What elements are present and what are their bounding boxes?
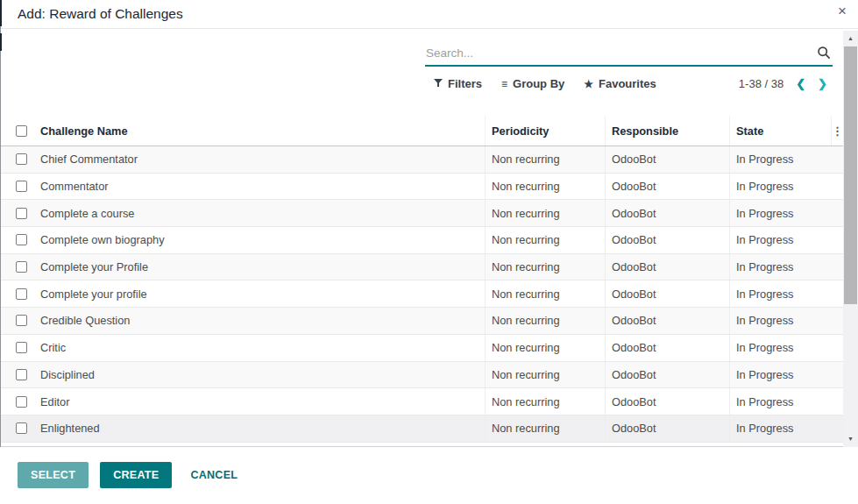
row-checkbox[interactable]: [16, 422, 27, 434]
state-cell: In Progress: [729, 200, 831, 226]
row-spacer-cell: [831, 335, 843, 361]
row-checkbox[interactable]: [16, 234, 27, 245]
row-spacer-cell: [831, 174, 843, 200]
responsible-cell: OdooBot: [605, 280, 729, 307]
table-row[interactable]: EditorNon recurringOdooBotIn Progress: [0, 388, 843, 415]
state-cell: In Progress: [729, 280, 831, 307]
pager-range: 1-38 / 38: [739, 77, 784, 90]
table-row[interactable]: CommentatorNon recurringOdooBotIn Progre…: [0, 174, 843, 201]
row-spacer-cell: [831, 362, 843, 388]
select-all-checkbox[interactable]: [16, 125, 27, 137]
create-button[interactable]: CREATE: [100, 462, 172, 488]
row-checkbox[interactable]: [16, 396, 27, 408]
star-icon: ★: [584, 79, 593, 89]
table-row[interactable]: Complete own biographyNon recurringOdooB…: [0, 227, 843, 254]
challenge-name-cell[interactable]: Commentator: [40, 174, 485, 200]
search-icon[interactable]: [817, 46, 831, 60]
responsible-cell: OdooBot: [605, 308, 729, 334]
column-header-responsible[interactable]: Responsible: [605, 116, 729, 146]
filters-row: Filters ≡ Group By ★ Favourites 1-38 / 3…: [425, 77, 833, 90]
row-spacer-cell: [831, 227, 843, 253]
table-row[interactable]: DisciplinedNon recurringOdooBotIn Progre…: [0, 362, 843, 389]
column-header-state[interactable]: State: [729, 116, 831, 146]
row-spacer-cell: [831, 254, 843, 280]
optional-columns-icon[interactable]: ⋮: [832, 124, 843, 138]
periodicity-cell: Non recurring: [485, 227, 605, 253]
row-checkbox[interactable]: [16, 315, 27, 326]
row-select-cell: [0, 308, 40, 334]
pager-next-icon[interactable]: ❯: [818, 78, 827, 89]
responsible-cell: OdooBot: [605, 146, 729, 173]
row-checkbox[interactable]: [16, 261, 27, 273]
search-input[interactable]: [425, 40, 833, 65]
row-checkbox[interactable]: [16, 153, 27, 165]
table-row[interactable]: Complete your ProfileNon recurringOdooBo…: [0, 254, 843, 281]
row-select-cell: [0, 280, 40, 307]
state-cell: In Progress: [729, 174, 831, 200]
state-cell: In Progress: [729, 227, 831, 253]
table-row[interactable]: Complete a courseNon recurringOdooBotIn …: [0, 200, 843, 227]
challenge-name-cell[interactable]: Critic: [40, 335, 485, 361]
pager-prev-icon[interactable]: ❮: [796, 78, 805, 89]
scrollbar-thumb[interactable]: [844, 46, 857, 304]
responsible-cell: OdooBot: [605, 254, 729, 280]
periodicity-cell: Non recurring: [485, 308, 605, 334]
column-header-periodicity[interactable]: Periodicity: [485, 116, 605, 146]
responsible-cell: OdooBot: [605, 174, 729, 200]
row-select-cell: [0, 388, 40, 415]
group-by-button[interactable]: ≡ Group By: [501, 77, 564, 90]
challenge-name-cell[interactable]: Complete your Profile: [40, 254, 485, 280]
challenge-name-cell[interactable]: Complete your profile: [40, 280, 485, 307]
periodicity-cell: Non recurring: [485, 200, 605, 226]
scroll-up-icon[interactable]: ▲: [843, 32, 858, 45]
challenge-name-cell[interactable]: Credible Question: [40, 308, 485, 334]
table-row[interactable]: Credible QuestionNon recurringOdooBotIn …: [0, 308, 843, 335]
state-cell: In Progress: [729, 362, 831, 388]
table-row[interactable]: Complete your profileNon recurringOdooBo…: [0, 280, 843, 308]
select-button[interactable]: SELECT: [18, 462, 89, 488]
cancel-button[interactable]: CANCEL: [183, 462, 245, 488]
challenge-name-cell[interactable]: Complete own biography: [40, 227, 485, 253]
filter-funnel-icon: [434, 79, 443, 89]
row-select-cell: [0, 415, 40, 442]
row-select-cell: [0, 200, 40, 226]
periodicity-cell: Non recurring: [485, 174, 605, 200]
table-row[interactable]: Chief CommentatorNon recurringOdooBotIn …: [0, 146, 843, 174]
row-checkbox[interactable]: [16, 288, 27, 300]
vertical-scrollbar[interactable]: ▲ ▼: [843, 31, 858, 447]
row-checkbox[interactable]: [16, 208, 27, 219]
challenge-name-cell[interactable]: Editor: [40, 388, 485, 415]
challenge-name-cell[interactable]: Chief Commentator: [40, 146, 485, 173]
row-checkbox[interactable]: [16, 181, 27, 192]
window-edge-artifact: [0, 26, 1, 447]
table-row[interactable]: EnlightenedNon recurringOdooBotIn Progre…: [0, 415, 843, 443]
row-spacer-cell: [831, 388, 843, 415]
close-icon[interactable]: ×: [838, 3, 847, 20]
dialog-header: Add: Reward of Challenges ×: [0, 0, 858, 29]
filters-button[interactable]: Filters: [434, 77, 482, 90]
periodicity-cell: Non recurring: [485, 388, 605, 415]
table-row[interactable]: CriticNon recurringOdooBotIn Progress: [0, 335, 843, 362]
state-cell: In Progress: [729, 254, 831, 280]
column-header-challenge-name[interactable]: Challenge Name: [40, 116, 485, 146]
state-cell: In Progress: [729, 146, 831, 173]
state-cell: In Progress: [729, 335, 831, 361]
favourites-button[interactable]: ★ Favourites: [584, 77, 656, 90]
row-checkbox[interactable]: [16, 342, 27, 353]
state-cell: In Progress: [729, 388, 831, 415]
challenge-name-cell[interactable]: Complete a course: [40, 200, 485, 226]
scroll-down-icon[interactable]: ▼: [843, 433, 858, 445]
table-header-row: Challenge Name Periodicity Responsible S…: [0, 116, 843, 146]
row-select-cell: [0, 362, 40, 388]
responsible-cell: OdooBot: [605, 388, 729, 415]
row-checkbox[interactable]: [16, 369, 27, 380]
row-select-cell: [0, 227, 40, 253]
control-panel: Filters ≡ Group By ★ Favourites 1-38 / 3…: [0, 29, 858, 116]
responsible-cell: OdooBot: [605, 200, 729, 226]
challenge-name-cell[interactable]: Disciplined: [40, 362, 485, 388]
responsible-cell: OdooBot: [605, 335, 729, 361]
row-spacer-cell: [831, 308, 843, 334]
row-select-cell: [0, 174, 40, 200]
challenge-name-cell[interactable]: Enlightened: [40, 415, 485, 442]
challenges-table: Challenge Name Periodicity Responsible S…: [0, 116, 843, 443]
